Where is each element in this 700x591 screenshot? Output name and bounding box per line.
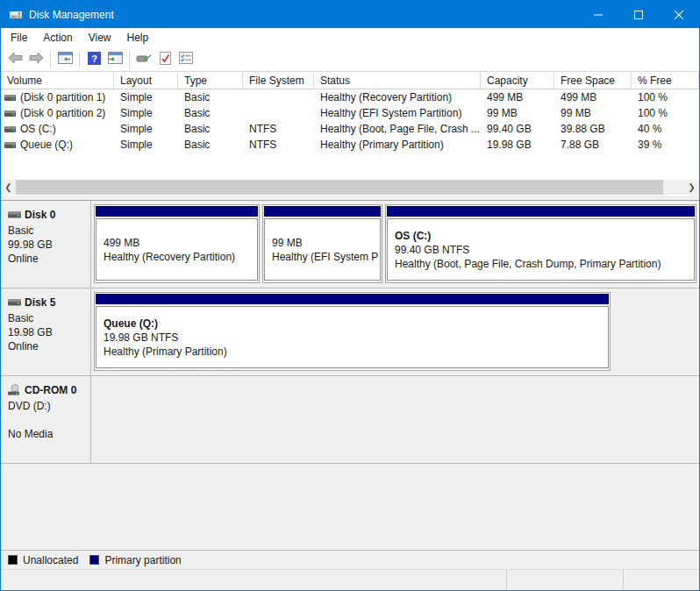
disk5-panel[interactable]: Disk 5 Basic 19.98 GB Online xyxy=(1,288,91,375)
cdrom0-media-area xyxy=(91,376,699,463)
disk-size: 19.98 GB xyxy=(8,325,87,339)
scroll-left-arrow-icon[interactable]: ❮ xyxy=(1,180,16,195)
disk0-panel[interactable]: Disk 0 Basic 99.98 GB Online xyxy=(1,201,91,288)
device-icon xyxy=(136,53,152,66)
minimize-button[interactable] xyxy=(578,1,618,28)
column-header-status[interactable]: Status xyxy=(314,72,481,89)
help-button[interactable]: ? xyxy=(83,49,104,70)
column-header-capacity[interactable]: Capacity xyxy=(481,72,554,89)
volume-name: (Disk 0 partition 2) xyxy=(20,107,105,119)
legend-item-primary-partition: Primary partition xyxy=(89,554,181,566)
partition-os-c[interactable]: OS (C:) 99.40 GB NTFS Healthy (Boot, Pag… xyxy=(385,204,696,283)
checkmark-document-icon xyxy=(159,52,172,68)
back-button[interactable] xyxy=(4,49,25,70)
task-list-icon xyxy=(179,52,193,67)
partition-color-band xyxy=(387,206,695,217)
disk-name: Disk 5 xyxy=(25,296,55,309)
partition-status: Healthy (Boot, Page File, Crash Dump, Pr… xyxy=(395,257,692,271)
menu-bar: File Action View Help xyxy=(1,28,699,47)
toolbar-separator xyxy=(50,52,51,68)
graphical-disk-view: Disk 0 Basic 99.98 GB Online 499 MB Heal… xyxy=(1,201,699,550)
partition-size: 499 MB xyxy=(104,236,255,250)
task-list-button[interactable] xyxy=(175,49,196,70)
legend-item-unallocated: Unallocated xyxy=(8,554,78,566)
pane-splitter[interactable] xyxy=(1,195,699,201)
menu-file[interactable]: File xyxy=(3,29,35,46)
maximize-button[interactable] xyxy=(618,1,659,28)
disk-icon xyxy=(8,298,21,307)
menu-action[interactable]: Action xyxy=(35,29,80,46)
disk0-partitions: 499 MB Healthy (Recovery Partition) 99 M… xyxy=(91,201,699,288)
disk-row-cdrom0: CD-ROM 0 DVD (D:) No Media xyxy=(1,376,699,464)
partition-size: 19.98 GB NTFS xyxy=(104,331,606,345)
volume-name: (Disk 0 partition 1) xyxy=(20,91,105,103)
toolbar-separator xyxy=(129,52,130,68)
disk-type: DVD (D:) xyxy=(8,399,87,413)
disk-drive-app-icon xyxy=(9,8,23,22)
status-bar xyxy=(1,569,699,590)
close-button[interactable] xyxy=(659,1,699,28)
partition-color-band xyxy=(96,294,609,304)
column-header-free-space[interactable]: Free Space xyxy=(554,72,632,89)
legend-label: Unallocated xyxy=(23,554,78,566)
column-header-layout[interactable]: Layout xyxy=(114,72,178,89)
partition-color-band xyxy=(264,206,381,217)
primary-partition-color-swatch xyxy=(89,555,99,565)
column-header-volume[interactable]: Volume xyxy=(1,72,114,89)
partition-name: OS (C:) xyxy=(395,229,692,243)
status-bar-section xyxy=(1,570,507,590)
partition-efi[interactable]: 99 MB Healthy (EFI System Par xyxy=(262,204,382,283)
disk-row-disk0: Disk 0 Basic 99.98 GB Online 499 MB Heal… xyxy=(1,201,699,288)
cdrom-icon xyxy=(8,384,21,396)
volume-list-header: Volume Layout Type File System Status Ca… xyxy=(1,72,699,89)
volume-row[interactable]: (Disk 0 partition 2) Simple Basic Health… xyxy=(1,105,699,121)
help-icon: ? xyxy=(88,52,101,68)
legend-label: Primary partition xyxy=(104,554,181,566)
back-arrow-icon xyxy=(8,52,23,67)
volume-icon xyxy=(4,94,16,102)
window-controls xyxy=(578,1,699,28)
status-bar-section xyxy=(624,570,699,590)
column-header-type[interactable]: Type xyxy=(178,72,243,89)
partition-size: 99.40 GB NTFS xyxy=(395,243,692,257)
partition-status: Healthy (EFI System Par xyxy=(272,250,378,264)
partition-queue-q[interactable]: Queue (Q:) 19.98 GB NTFS Healthy (Primar… xyxy=(94,292,611,371)
disk-size: 99.98 GB xyxy=(8,238,87,252)
svg-text:?: ? xyxy=(91,53,97,63)
toolbar-separator xyxy=(79,52,80,68)
disk-name: CD-ROM 0 xyxy=(25,384,76,396)
checkmark-document-button[interactable] xyxy=(154,49,175,70)
forward-arrow-icon xyxy=(29,52,44,67)
scroll-right-arrow-icon[interactable]: ❯ xyxy=(684,180,699,195)
volume-row[interactable]: OS (C:) Simple Basic NTFS Healthy (Boot,… xyxy=(1,121,699,137)
device-button[interactable] xyxy=(133,49,154,70)
console-tree-icon xyxy=(58,52,73,67)
volume-icon xyxy=(4,141,16,149)
disk-name: Disk 0 xyxy=(25,209,55,221)
forward-button[interactable] xyxy=(25,49,46,70)
window-title: Disk Management xyxy=(29,9,114,21)
disk-type: Basic xyxy=(8,311,87,325)
cdrom0-panel[interactable]: CD-ROM 0 DVD (D:) No Media xyxy=(1,376,91,463)
show-action-pane-button[interactable] xyxy=(104,49,125,70)
horizontal-scrollbar[interactable]: ❮ ❯ xyxy=(1,180,699,195)
volume-list: Volume Layout Type File System Status Ca… xyxy=(1,72,699,195)
partition-recovery[interactable]: 499 MB Healthy (Recovery Partition) xyxy=(94,204,260,283)
toolbar: ? xyxy=(1,47,699,72)
menu-view[interactable]: View xyxy=(81,29,119,46)
partition-status: Healthy (Recovery Partition) xyxy=(104,250,255,264)
disk-row-disk5: Disk 5 Basic 19.98 GB Online Queue (Q:) … xyxy=(1,288,699,376)
volume-row[interactable]: Queue (Q:) Simple Basic NTFS Healthy (Pr… xyxy=(1,137,699,153)
menu-help[interactable]: Help xyxy=(119,29,157,46)
volume-row[interactable]: (Disk 0 partition 1) Simple Basic Health… xyxy=(1,89,699,105)
show-console-tree-button[interactable] xyxy=(54,49,75,70)
column-header-file-system[interactable]: File System xyxy=(243,72,314,89)
column-header-percent-free[interactable]: % Free xyxy=(632,72,699,89)
scrollbar-thumb[interactable] xyxy=(16,180,663,195)
partition-name: Queue (Q:) xyxy=(104,317,606,331)
disk-status: No Media xyxy=(8,427,87,441)
disk5-partitions: Queue (Q:) 19.98 GB NTFS Healthy (Primar… xyxy=(91,288,699,375)
unallocated-color-swatch xyxy=(8,555,18,565)
title-bar: Disk Management xyxy=(1,1,699,28)
partition-color-band xyxy=(96,206,258,217)
